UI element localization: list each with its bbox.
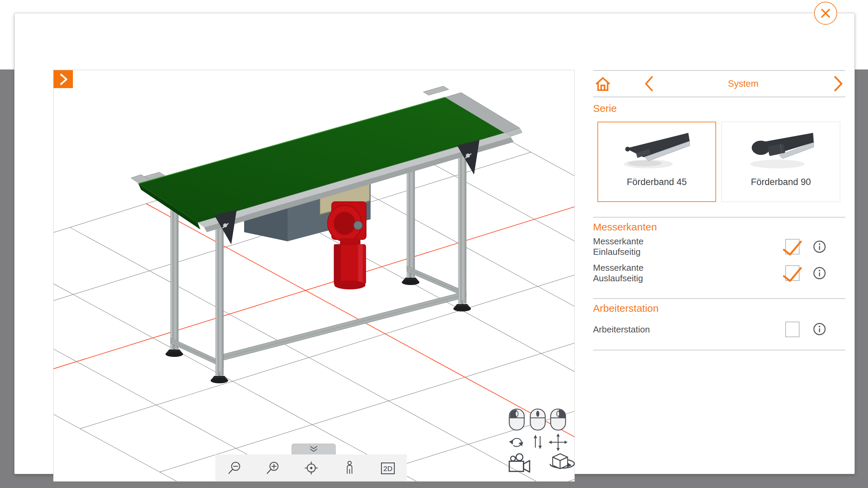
chevron-right-icon	[58, 73, 69, 86]
messerkanten-heading: Messerkanten	[593, 221, 657, 233]
option-row-arbeiterstation: Arbeiterstation	[593, 320, 845, 341]
zoom-out-button[interactable]	[215, 454, 254, 481]
config-panel: System Serie Förderband 45	[593, 70, 845, 375]
toolbar-collapse-tab[interactable]	[292, 444, 336, 455]
serie-options: Förderband 45 Förderband 90	[597, 122, 840, 202]
configurator-dialog: 2D	[14, 13, 855, 474]
divider	[593, 217, 845, 218]
rotate-3d-cube-button[interactable]	[550, 454, 574, 469]
chevron-left-icon	[644, 76, 653, 92]
axis-lines	[54, 196, 574, 464]
info-icon	[818, 326, 821, 332]
card-label: Förderband 90	[751, 177, 811, 187]
chevron-right-icon	[833, 75, 843, 92]
camera-button[interactable]	[509, 454, 530, 472]
card-foerderband-90[interactable]: Förderband 90	[722, 122, 840, 202]
close-button[interactable]	[814, 2, 837, 25]
option-row-messerkante-auslaufseitig: Messerkante Auslaufseitig	[593, 263, 845, 284]
serie-heading: Serie	[593, 103, 617, 114]
info-button-messerkante-einlaufseitig[interactable]	[813, 241, 826, 253]
center-view-button[interactable]	[292, 454, 330, 481]
expand-panel-button[interactable]	[54, 70, 73, 88]
home-icon	[594, 75, 611, 92]
info-button-messerkante-auslaufseitig[interactable]	[813, 267, 826, 279]
screen: { "nav": { "title": "System" }, "serie":…	[0, 0, 868, 488]
2d-icon: 2D	[380, 460, 396, 476]
checkbox-messerkante-einlaufseitig[interactable]	[785, 239, 800, 255]
frame-braces	[171, 266, 466, 368]
mode-2d-label: 2D	[383, 465, 392, 472]
leveling-feet	[165, 273, 471, 383]
checkmark-icon	[783, 267, 802, 284]
zoom-out-icon	[226, 460, 243, 476]
nav-back-button[interactable]	[644, 76, 653, 92]
divider	[593, 350, 845, 350]
card-foerderband-45[interactable]: Förderband 45	[597, 122, 716, 202]
zoom-in-button[interactable]	[254, 454, 292, 481]
info-icon	[818, 270, 821, 277]
checkmark-icon	[783, 240, 802, 257]
viewport-toolbar: 2D	[215, 454, 407, 481]
mode-2d-button[interactable]: 2D	[369, 454, 407, 481]
foerderband-90-thumbnail	[745, 127, 816, 174]
gear-motor	[328, 202, 366, 289]
option-row-messerkante-einlaufseitig: Messerkante Einlaufseitig	[593, 236, 845, 258]
divider	[593, 298, 845, 299]
double-chevron-down-icon	[309, 446, 318, 453]
person-view-button[interactable]	[330, 454, 369, 481]
viewport-3d[interactable]: 2D	[53, 70, 575, 482]
mouse-navigation-legend	[504, 406, 576, 479]
card-label: Förderband 45	[627, 177, 687, 187]
option-label: Messerkante Einlaufseitig	[593, 236, 644, 257]
person-icon	[341, 460, 358, 476]
option-label: Arbeiterstation	[593, 324, 650, 335]
center-view-icon	[303, 460, 319, 476]
zoom-in-icon	[265, 460, 281, 476]
info-button-arbeiterstation[interactable]	[813, 323, 826, 335]
arbeiterstation-heading: Arbeiterstation	[593, 303, 658, 314]
nav-forward-button[interactable]	[833, 75, 843, 92]
conveyor-3d-scene[interactable]	[54, 70, 574, 481]
panel-title: System	[653, 79, 833, 89]
checkbox-messerkante-auslaufseitig[interactable]	[785, 265, 800, 281]
foerderband-45-thumbnail	[621, 127, 692, 174]
close-icon	[821, 8, 831, 18]
home-button[interactable]	[594, 75, 611, 92]
mouse-wheel-zoom-icon	[530, 409, 545, 449]
info-icon	[818, 243, 821, 250]
panel-nav: System	[593, 70, 845, 97]
checkbox-arbeiterstation[interactable]	[785, 322, 800, 337]
option-label: Messerkante Auslaufseitig	[593, 263, 644, 284]
mouse-left-rotate-icon	[509, 409, 525, 447]
mouse-right-pan-icon	[549, 409, 568, 451]
